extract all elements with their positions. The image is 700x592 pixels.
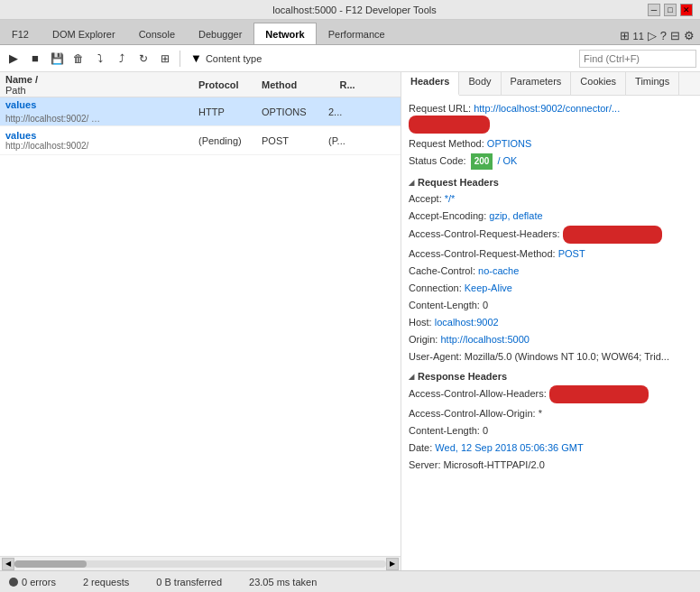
content-length-value: 0 [483, 300, 488, 310]
export-button[interactable]: ⤴ [112, 49, 132, 69]
row-url: http://localhost:9002/ [5, 110, 193, 124]
connection-value: Keep-Alive [465, 282, 512, 293]
time-status: 23.05 ms taken [249, 577, 317, 587]
refresh-button[interactable]: ↻ [134, 49, 153, 69]
horizontal-scrollbar[interactable]: ◀ ▶ [0, 556, 401, 570]
minimize-button[interactable]: ─ [648, 4, 660, 16]
row-protocol: (Pending) [198, 126, 262, 154]
acrm-row: Access-Control-Request-Method: POST [409, 246, 693, 261]
content-type-label[interactable]: Content type [206, 53, 262, 64]
row-name-cell: values http://localhost:9002/ [0, 97, 198, 125]
row-method: OPTIONS [262, 97, 325, 125]
acao-value: * [539, 408, 542, 419]
stop-button[interactable]: ■ [25, 49, 45, 69]
user-agent-value: Mozilla/5.0 (Windows NT 10.0; WOW64; Tri… [465, 351, 669, 362]
accept-encoding-label: Accept-Encoding: [409, 210, 489, 221]
save-button[interactable]: 💾 [47, 49, 67, 69]
accept-label: Accept: [409, 193, 445, 204]
count-badge: 11 [633, 31, 644, 42]
play-button[interactable]: ▶ [4, 49, 23, 69]
date-label: Date: [409, 442, 435, 453]
tab-headers[interactable]: Headers [401, 72, 459, 96]
scroll-thumb[interactable] [14, 560, 87, 568]
detach-icon[interactable]: ⊞ [620, 29, 630, 42]
transferred-label: 0 B transferred [156, 577, 222, 587]
row-url: http://localhost:9002/ [5, 141, 193, 151]
row-result: 2... [325, 97, 370, 125]
status-code-badge: 200 [471, 153, 493, 170]
detail-tabs: Headers Body Parameters Cookies Timings [401, 72, 700, 96]
scroll-right-arrow[interactable]: ▶ [386, 558, 399, 570]
acao-label: Access-Control-Allow-Origin: [409, 408, 539, 419]
acao-row: Access-Control-Allow-Origin: * [409, 406, 693, 421]
server-value: Microsoft-HTTPAPI/2.0 [444, 459, 545, 470]
import-button[interactable]: ⤵ [90, 49, 110, 69]
col-name-header: Name / Path [0, 74, 198, 96]
content-length-resp-label: Content-Length: [409, 425, 483, 436]
maximize-button[interactable]: □ [664, 4, 677, 16]
response-headers-section: Response Headers [409, 371, 693, 382]
time-label: 23.05 ms taken [249, 577, 317, 587]
acrh-redacted [563, 226, 662, 244]
scroll-track[interactable] [14, 560, 386, 568]
more-icon[interactable]: ⊟ [670, 29, 680, 42]
status-code-label: Status Code: [409, 155, 469, 166]
row-name: values [5, 130, 193, 141]
requests-status: 2 requests [83, 577, 129, 587]
search-box [579, 50, 696, 68]
content-length-label: Content-Length: [409, 300, 483, 310]
col-protocol-header: Protocol [198, 79, 262, 90]
tab-network[interactable]: Network [253, 23, 316, 44]
tab-timings[interactable]: Timings [626, 72, 679, 95]
toolbar: ▶ ■ 💾 🗑 ⤵ ⤴ ↻ ⊞ ▼ Content type [0, 45, 700, 72]
tab-parameters[interactable]: Parameters [502, 72, 572, 95]
acrm-value: POST [558, 248, 585, 259]
accept-value: */* [445, 193, 456, 204]
acrh-label: Access-Control-Request-Headers: [409, 228, 563, 239]
errors-status: 0 errors [9, 577, 56, 587]
server-label: Server: [409, 459, 444, 470]
content-length-row: Content-Length: 0 [409, 298, 693, 312]
tab-f12[interactable]: F12 [0, 23, 41, 44]
row-method: POST [262, 126, 325, 154]
clear-button[interactable]: 🗑 [69, 49, 88, 69]
scroll-left-arrow[interactable]: ◀ [2, 558, 14, 570]
host-label: Host: [409, 317, 435, 328]
settings-icon[interactable]: ⚙ [684, 29, 695, 42]
col-method-header: Method [262, 79, 325, 90]
tab-dom-explorer[interactable]: DOM Explorer [41, 23, 127, 44]
tab-bar: F12 DOM Explorer Console Debugger Networ… [0, 20, 700, 45]
request-url-value: http://localhost:9002/connector/... [474, 103, 620, 114]
window-title: localhost:5000 - F12 Developer Tools [61, 5, 648, 15]
view-toggle-button[interactable]: ⊞ [155, 49, 175, 69]
detail-panel: Headers Body Parameters Cookies Timings … [401, 72, 700, 570]
request-url-label: Request URL: [409, 103, 474, 114]
errors-label: 0 errors [22, 577, 56, 587]
tab-body[interactable]: Body [459, 72, 501, 95]
origin-value: http://localhost:5000 [440, 334, 529, 345]
tab-console[interactable]: Console [127, 23, 187, 44]
acrh-row: Access-Control-Request-Headers: [409, 226, 693, 244]
error-indicator [9, 578, 18, 587]
acah-row: Access-Control-Allow-Headers: [409, 385, 693, 403]
cache-control-label: Cache-Control: [409, 265, 478, 276]
search-input[interactable] [584, 53, 692, 64]
accept-encoding-row: Accept-Encoding: gzip, deflate [409, 208, 693, 223]
filter-icon: ▼ [190, 51, 202, 65]
help-icon[interactable]: ? [660, 29, 667, 42]
col-result-header: R... [325, 79, 370, 90]
tab-cookies[interactable]: Cookies [571, 72, 626, 95]
acah-redacted [549, 385, 649, 403]
list-item[interactable]: values http://localhost:9002/ (Pending) … [0, 126, 401, 155]
tab-performance[interactable]: Performance [317, 23, 397, 44]
run-icon[interactable]: ▷ [648, 29, 657, 42]
list-item[interactable]: values http://localhost:9002/ HTTP OPTIO… [0, 97, 401, 126]
request-method-value: OPTIONS [487, 138, 532, 149]
user-agent-label: User-Agent: [409, 351, 465, 362]
network-list: values http://localhost:9002/ HTTP OPTIO… [0, 97, 401, 556]
acah-label: Access-Control-Allow-Headers: [409, 388, 549, 399]
filter-area: ▼ Content type [185, 51, 267, 65]
tab-debugger[interactable]: Debugger [187, 23, 253, 44]
close-button[interactable]: ✕ [680, 4, 693, 16]
date-row: Date: Wed, 12 Sep 2018 05:06:36 GMT [409, 440, 693, 455]
